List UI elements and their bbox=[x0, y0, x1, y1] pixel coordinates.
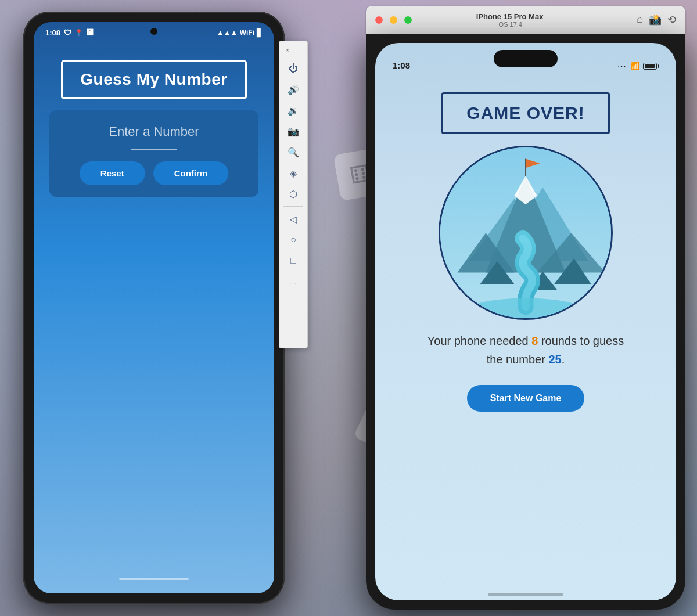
app-title-box: Guess My Number bbox=[61, 60, 247, 99]
square-icon[interactable]: □ bbox=[283, 250, 304, 271]
ios-battery-icon bbox=[643, 63, 659, 70]
mac-titlebar-icons: ⌂ 📸 ⟲ bbox=[637, 13, 676, 26]
close-icon[interactable]: × bbox=[286, 47, 289, 53]
start-new-game-button[interactable]: Start New Game bbox=[467, 385, 585, 412]
iphone-body: 1:08 ··· 📶 GAME OVER! bbox=[366, 34, 685, 610]
volume-up-icon[interactable]: 🔊 bbox=[283, 79, 304, 100]
statusbar-left: 1:08 🛡 📍 🅰 bbox=[45, 28, 93, 37]
toolbar-divider bbox=[283, 206, 303, 207]
android-body: 1:08 🛡 📍 🅰 ▲▲▲ WiFi ▋ Guess My Number bbox=[23, 12, 285, 604]
confirm-button[interactable]: Confirm bbox=[153, 161, 229, 185]
mac-window: iPhone 15 Pro Max iOS 17.4 ⌂ 📸 ⟲ 1:08 ··… bbox=[366, 6, 685, 610]
eraser-icon[interactable]: ◈ bbox=[283, 163, 304, 183]
home-icon[interactable]: ⌂ bbox=[637, 13, 643, 26]
ios-statusbar-right: ··· 📶 bbox=[618, 62, 659, 70]
ios-app-content: GAME OVER! bbox=[375, 75, 676, 423]
app-title: Guess My Number bbox=[80, 70, 227, 88]
ios-home-indicator bbox=[488, 593, 563, 596]
notification-icon: 🅰 bbox=[87, 29, 93, 36]
toolbar-divider-2 bbox=[283, 273, 303, 273]
game-over-label: GAME OVER! bbox=[466, 103, 584, 123]
android-camera-dot bbox=[150, 28, 157, 35]
ios-time: 1:08 bbox=[393, 60, 410, 70]
mac-titlebar: iPhone 15 Pro Max iOS 17.4 ⌂ 📸 ⟲ bbox=[366, 6, 685, 34]
mountain-svg bbox=[440, 147, 611, 318]
android-app-content: Guess My Number Enter a Number Reset Con… bbox=[34, 43, 274, 208]
volume-down-icon[interactable]: 🔉 bbox=[283, 100, 304, 121]
statusbar-right: ▲▲▲ WiFi ▋ bbox=[217, 28, 263, 37]
result-before: Your phone needed bbox=[427, 334, 531, 347]
location-icon: 📍 bbox=[75, 29, 83, 37]
android-navbar bbox=[34, 564, 274, 593]
result-end: . bbox=[562, 353, 565, 366]
action-buttons-row: Reset Confirm bbox=[80, 161, 228, 185]
mountain-illustration bbox=[439, 146, 613, 320]
dynamic-island bbox=[494, 50, 558, 67]
toolbar-panel: × — ⏻ 🔊 🔉 📷 🔍 ◈ ⬡ ◁ ○ □ ... bbox=[279, 41, 308, 348]
mac-close-button[interactable] bbox=[375, 16, 383, 24]
android-time: 1:08 bbox=[45, 28, 60, 37]
number-input-label: Enter a Number bbox=[109, 124, 199, 139]
ios-wifi-icon: 📶 bbox=[630, 62, 639, 70]
circle-icon[interactable]: ○ bbox=[283, 229, 304, 250]
zoom-icon[interactable]: 🔍 bbox=[283, 142, 304, 163]
device-os: iOS 17.4 bbox=[390, 21, 630, 28]
reset-button[interactable]: Reset bbox=[80, 161, 145, 185]
input-panel[interactable]: Enter a Number Reset Confirm bbox=[49, 110, 258, 197]
result-number: 25 bbox=[548, 353, 561, 366]
input-underline bbox=[131, 149, 177, 150]
mac-window-title: iPhone 15 Pro Max iOS 17.4 bbox=[390, 12, 630, 28]
more-icon[interactable]: ... bbox=[287, 275, 300, 289]
screenshot-icon[interactable]: 📸 bbox=[649, 13, 662, 26]
android-screen: 1:08 🛡 📍 🅰 ▲▲▲ WiFi ▋ Guess My Number bbox=[34, 22, 274, 593]
device-name: iPhone 15 Pro Max bbox=[390, 12, 630, 21]
toolbar-window-controls: × — bbox=[279, 45, 307, 56]
iphone-screen: 1:08 ··· 📶 GAME OVER! bbox=[375, 43, 676, 600]
game-over-box: GAME OVER! bbox=[441, 92, 609, 134]
power-icon[interactable]: ⏻ bbox=[283, 58, 304, 79]
wifi-icon: WiFi bbox=[240, 28, 254, 37]
shield-icon: 🛡 bbox=[64, 28, 71, 37]
signal-icon: ▲▲▲ bbox=[217, 28, 238, 37]
minimize-icon[interactable]: — bbox=[294, 47, 301, 53]
android-home-indicator bbox=[119, 578, 189, 580]
android-phone: 1:08 🛡 📍 🅰 ▲▲▲ WiFi ▋ Guess My Number bbox=[23, 12, 285, 604]
back-icon[interactable]: ◁ bbox=[283, 208, 304, 229]
result-rounds: 8 bbox=[531, 334, 538, 347]
ios-signal-dots: ··· bbox=[618, 63, 627, 70]
tag-icon[interactable]: ⬡ bbox=[283, 183, 304, 204]
rotate-icon[interactable]: ⟲ bbox=[667, 13, 676, 26]
camera-icon[interactable]: 📷 bbox=[283, 121, 304, 142]
result-text: Your phone needed 8 rounds to guess the … bbox=[421, 332, 630, 369]
battery-icon: ▋ bbox=[257, 28, 263, 37]
